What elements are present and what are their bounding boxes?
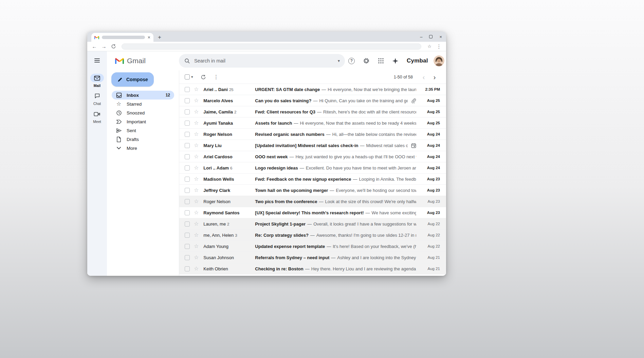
older-page-button[interactable]: › (429, 74, 440, 80)
browser-tab[interactable]: × (91, 33, 153, 42)
star-icon[interactable]: ☆ (194, 87, 199, 92)
star-icon[interactable]: ☆ (194, 199, 199, 204)
forward-button[interactable]: → (100, 42, 108, 51)
main-menu-button[interactable] (87, 51, 107, 70)
email-row[interactable]: ☆ Mary Liu [Updated invitation] Midwest … (179, 140, 446, 151)
rail-item-meet[interactable]: Meet (87, 110, 107, 124)
email-row[interactable]: ☆ me, Ann, Helen3 Re: Corp strategy slid… (179, 230, 446, 241)
email-checkbox[interactable] (185, 233, 190, 238)
star-icon[interactable]: ☆ (194, 154, 199, 159)
star-icon[interactable]: ☆ (194, 210, 199, 215)
email-row[interactable]: ☆ Marcelo Alves Can you do sales trainin… (179, 95, 446, 106)
compose-button[interactable]: Compose (111, 72, 154, 87)
email-checkbox[interactable] (185, 87, 190, 92)
email-summary: Fwd: Feedback on the new signup experien… (255, 177, 416, 182)
star-icon[interactable]: ☆ (194, 221, 199, 227)
chat-icon (90, 92, 104, 100)
newer-page-button[interactable]: ‹ (418, 74, 429, 80)
star-icon[interactable]: ☆ (194, 255, 199, 260)
sidebar-item-starred[interactable]: ☆ Starred (112, 100, 174, 108)
window-minimize-button[interactable]: – (420, 35, 422, 39)
back-button[interactable]: ← (90, 42, 98, 51)
email-row[interactable]: ☆ Roger Nelson Two pics from the confere… (179, 196, 446, 207)
email-row[interactable]: ☆ Lori .. Adam6 Logo redesign ideas—Exce… (179, 162, 446, 174)
email-row[interactable]: ☆ Raymond Santos [UX] Special delivery! … (179, 207, 446, 218)
sidebar-item-sent[interactable]: Sent (112, 126, 174, 135)
email-summary: Project Skylight 1-pager—Overall, it loo… (255, 221, 416, 227)
settings-button[interactable] (360, 54, 373, 68)
star-icon[interactable]: ☆ (194, 98, 199, 103)
star-icon[interactable]: ☆ (194, 176, 199, 182)
email-row[interactable]: ☆ Jaime, Camila2 Fwd: Client resources f… (179, 106, 446, 118)
sidebar-item-snoozed[interactable]: Snoozed (112, 108, 174, 117)
search-options-caret-icon[interactable]: ▾ (338, 58, 340, 63)
email-row[interactable]: ☆ Keith Obrien Checking in re: Boston—He… (179, 263, 446, 274)
select-all-checkbox[interactable] (185, 74, 190, 79)
star-icon[interactable]: ☆ (194, 165, 199, 171)
sidebar-item-drafts[interactable]: Drafts (112, 135, 174, 144)
browser-menu-icon[interactable]: ⋮ (435, 42, 443, 51)
email-checkbox[interactable] (185, 98, 190, 103)
gemini-button[interactable] (389, 54, 402, 68)
email-checkbox[interactable] (185, 221, 190, 227)
email-subject: Updated expense report template (255, 244, 325, 249)
email-checkbox[interactable] (185, 210, 190, 215)
email-date: Aug 23 (419, 177, 440, 181)
help-button[interactable]: ? (345, 54, 358, 68)
email-row[interactable]: ☆ Adam Young Updated expense report temp… (179, 241, 446, 252)
email-checkbox[interactable] (185, 121, 190, 126)
more-options-icon[interactable]: ⋮ (214, 74, 219, 80)
email-checkbox[interactable] (185, 188, 190, 193)
email-snippet: Hi everyone, Now that we're bringing the… (328, 87, 416, 92)
email-row[interactable]: ☆ Madison Wells Fwd: Feedback on the new… (179, 174, 446, 185)
reload-button[interactable] (109, 42, 117, 51)
rail-item-mail[interactable]: Mail (87, 74, 107, 88)
apps-grid-button[interactable] (374, 54, 387, 68)
email-checkbox[interactable] (185, 132, 190, 137)
window-maximize-button[interactable] (429, 35, 433, 38)
star-icon[interactable]: ☆ (194, 109, 199, 114)
email-row[interactable]: ☆ Susan Johnson Referrals from Sydney – … (179, 252, 446, 263)
sidebar-item-inbox[interactable]: Inbox 12 (112, 91, 174, 100)
email-checkbox[interactable] (185, 143, 190, 148)
email-checkbox[interactable] (185, 266, 190, 271)
inbox-count: 12 (166, 93, 170, 97)
email-list-panel: ▾ ⋮ 1-50 of 58 ‹ › (179, 70, 446, 276)
sidebar-item-important[interactable]: Important (112, 117, 174, 126)
email-checkbox[interactable] (185, 109, 190, 114)
email-checkbox[interactable] (185, 255, 190, 260)
email-row[interactable]: ☆ Ayumi Tanaka Assets for launch—Hi ever… (179, 118, 446, 129)
email-checkbox[interactable] (185, 177, 190, 182)
account-avatar[interactable] (434, 55, 444, 66)
star-icon[interactable]: ☆ (194, 120, 199, 126)
email-checkbox[interactable] (185, 244, 190, 249)
new-tab-button[interactable]: + (155, 33, 164, 42)
refresh-button[interactable] (201, 74, 206, 80)
email-checkbox[interactable] (185, 154, 190, 159)
star-icon[interactable]: ☆ (194, 232, 199, 238)
search-bar[interactable]: Search in mail ▾ (179, 54, 345, 68)
star-icon[interactable]: ☆ (194, 266, 199, 271)
star-icon[interactable]: ☆ (194, 131, 199, 137)
email-row[interactable]: ☆ Ariel Cardoso OOO next week—Hey, just … (179, 151, 446, 162)
email-row[interactable]: ☆ Jeffrey Clark Town hall on the upcomin… (179, 185, 446, 196)
star-icon[interactable]: ☆ (194, 244, 199, 249)
email-row[interactable]: ☆ Roger Nelson Revised organic search nu… (179, 129, 446, 140)
email-subject: Fwd: Client resources for Q3 (255, 109, 315, 114)
rail-item-chat[interactable]: Chat (87, 92, 107, 106)
window-close-button[interactable]: × (439, 35, 442, 39)
email-row[interactable]: ☆ Lauren, me2 Project Skylight 1-pager—O… (179, 218, 446, 230)
separator: — (307, 221, 312, 227)
star-icon[interactable]: ☆ (194, 187, 199, 193)
email-summary: Logo redesign ideas—Excellent. Do have y… (255, 165, 416, 171)
sidebar-item-more[interactable]: More (112, 144, 174, 153)
search-input[interactable]: Search in mail (194, 58, 334, 64)
address-bar[interactable] (122, 43, 421, 50)
email-checkbox[interactable] (185, 165, 190, 171)
email-checkbox[interactable] (185, 199, 190, 204)
bookmark-star-icon[interactable]: ☆ (425, 42, 434, 51)
tab-close-icon[interactable]: × (148, 35, 150, 40)
star-icon[interactable]: ☆ (194, 143, 199, 148)
select-dropdown-caret-icon[interactable]: ▾ (191, 75, 193, 79)
email-row[interactable]: ☆ Ariel .. Dani25 URGENT: SA GTM date ch… (179, 84, 446, 95)
